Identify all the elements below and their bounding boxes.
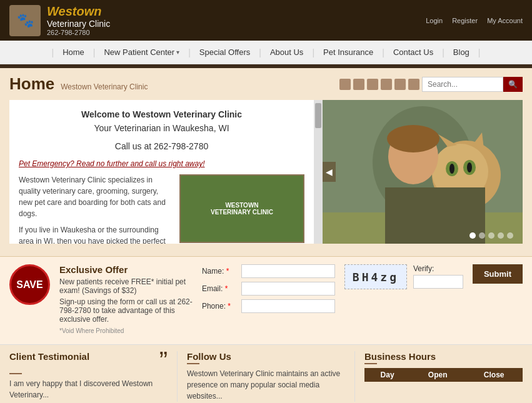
welcome-h1: Welcome to Westown Veterinary Clinic	[19, 109, 304, 119]
welcome-text-panel: Welcome to Westown Veterinary Clinic You…	[9, 100, 314, 244]
hero-placeholder	[323, 100, 523, 244]
toolbar-icon-5[interactable]	[394, 79, 406, 90]
toolbar: 🔍	[339, 77, 523, 92]
bottom-sections: Client Testimonial ” I am very happy tha…	[0, 344, 532, 403]
toolbar-icon-2[interactable]	[353, 79, 364, 90]
clinic-image-text: WESTOWN VETERINARY CLINIC	[211, 202, 273, 216]
follow-us-text: Westown Veterinary Clinic maintains an a…	[187, 368, 345, 402]
follow-us-title: Follow Us	[187, 351, 231, 362]
svg-point-12	[387, 125, 439, 152]
scroll-thumb	[315, 103, 321, 128]
phone-input[interactable]	[241, 299, 335, 313]
my-account-link[interactable]: My Account	[487, 17, 523, 24]
verify-label: Verify:	[413, 264, 463, 273]
header-title: Westown Veterinary Clinic 262-798-2780	[47, 4, 110, 36]
submit-button[interactable]: Submit	[473, 264, 523, 284]
scrollbar[interactable]	[314, 100, 323, 244]
testimonial-section: Client Testimonial ” I am very happy tha…	[9, 351, 178, 402]
content-area: Welcome to Westown Veterinary Clinic You…	[9, 100, 523, 244]
dot-5[interactable]	[507, 232, 513, 239]
nav-new-patient-center[interactable]: New Patient Center ▾	[95, 41, 188, 63]
captcha-area: BH4zg Verify:	[344, 264, 463, 289]
offer-desc2: Sign-up using the form or call us at 262…	[59, 297, 193, 324]
clinic-name-line1: Westown	[47, 4, 110, 19]
header-phone: 262-798-2780	[47, 29, 110, 36]
page-title: Home	[9, 74, 54, 94]
testimonial-title: Client Testimonial	[9, 351, 89, 362]
hero-dots	[469, 232, 513, 239]
offer-text-area: Exclusive Offer New patients receive FRE…	[59, 264, 193, 337]
name-row: Name: *	[202, 264, 335, 278]
register-link[interactable]: Register	[452, 17, 478, 24]
search-input[interactable]	[422, 77, 503, 92]
welcome-phone: Call us at 262-798-2780	[19, 140, 304, 153]
phone-row: Phone: *	[202, 299, 335, 313]
save-badge: SAVE	[9, 264, 50, 305]
email-req: *	[225, 284, 228, 293]
hero-prev-arrow[interactable]: ◀	[323, 162, 336, 182]
login-link[interactable]: Login	[426, 17, 443, 24]
business-hours-section: Business Hours Day Open Close	[355, 351, 523, 402]
hours-table: Day Open Close	[364, 368, 523, 382]
logo-area: 🐾 Westown Veterinary Clinic 262-798-2780	[9, 4, 110, 36]
hours-col-day: Day	[364, 368, 410, 382]
toolbar-icon-3[interactable]	[367, 79, 378, 90]
nav-blog[interactable]: Blog	[444, 41, 478, 63]
hours-col-open: Open	[410, 368, 465, 382]
hours-col-close: Close	[465, 368, 523, 382]
clinic-building-image: WESTOWN VETERINARY CLINIC	[179, 174, 304, 243]
testimonial-text: I am very happy that I discovered Westow…	[9, 378, 168, 401]
header-links: Login Register My Account	[426, 17, 523, 24]
dot-1[interactable]	[469, 232, 476, 239]
name-label: Name: *	[202, 267, 236, 276]
quote-mark: ”	[159, 348, 168, 373]
emergency-text: Pet Emergency? Read no further and call …	[19, 158, 304, 169]
page-header: Home Westown Veterinary Clinic 🔍	[9, 74, 523, 94]
email-input[interactable]	[241, 282, 335, 296]
main-nav: | Home | New Patient Center ▾ | Special …	[0, 41, 532, 64]
welcome-h2: Your Veterinarian in Waukesha, WI	[19, 122, 304, 135]
main-content: Home Westown Veterinary Clinic 🔍 Welcome…	[0, 68, 532, 256]
nav-about-us[interactable]: About Us	[261, 41, 312, 63]
hero-image-area: ◀	[323, 100, 523, 244]
dot-4[interactable]	[498, 232, 504, 239]
nav-pet-insurance[interactable]: Pet Insurance	[314, 41, 382, 63]
page-subtitle: Westown Veterinary Clinic	[61, 82, 148, 91]
nav-special-offers[interactable]: Special Offers	[191, 41, 259, 63]
svg-point-9	[449, 164, 454, 174]
dot-3[interactable]	[488, 232, 494, 239]
offer-desc1: New patients receive FREE* initial pet e…	[59, 277, 193, 295]
dropdown-arrow: ▾	[176, 49, 179, 56]
dot-2[interactable]	[479, 232, 485, 239]
offer-form: Name: * Email: * Phone: *	[202, 264, 335, 317]
verify-area: Verify:	[413, 264, 463, 289]
search-bar: 🔍	[422, 77, 523, 92]
email-row: Email: *	[202, 282, 335, 296]
toolbar-icon-6[interactable]	[408, 79, 419, 90]
hero-svg	[323, 100, 523, 244]
save-label: SAVE	[16, 279, 43, 291]
captcha-image: BH4zg	[344, 264, 407, 289]
business-hours-title: Business Hours	[364, 351, 436, 362]
captcha-box: BH4zg	[344, 264, 407, 289]
name-input[interactable]	[241, 264, 335, 278]
verify-input[interactable]	[413, 275, 463, 289]
email-label: Email: *	[202, 284, 236, 293]
toolbar-icon-1[interactable]	[339, 79, 351, 90]
logo-icon: 🐾	[9, 5, 41, 36]
page-title-area: Home Westown Veterinary Clinic	[9, 74, 148, 94]
clinic-name-line2: Veterinary Clinic	[47, 19, 110, 29]
phone-req: *	[228, 302, 231, 311]
svg-point-10	[467, 162, 472, 172]
nav-contact-us[interactable]: Contact Us	[384, 41, 442, 63]
phone-label: Phone: *	[202, 302, 236, 311]
follow-us-section: Follow Us Westown Veterinary Clinic main…	[178, 351, 355, 402]
offer-title: Exclusive Offer	[59, 264, 193, 275]
header: 🐾 Westown Veterinary Clinic 262-798-2780…	[0, 0, 532, 41]
offer-void: *Void Where Prohibited	[59, 327, 193, 334]
offer-section: SAVE Exclusive Offer New patients receiv…	[0, 256, 532, 344]
nav-home[interactable]: Home	[54, 41, 93, 63]
toolbar-icon-4[interactable]	[381, 79, 392, 90]
search-button[interactable]: 🔍	[503, 77, 523, 92]
name-req: *	[226, 267, 229, 276]
